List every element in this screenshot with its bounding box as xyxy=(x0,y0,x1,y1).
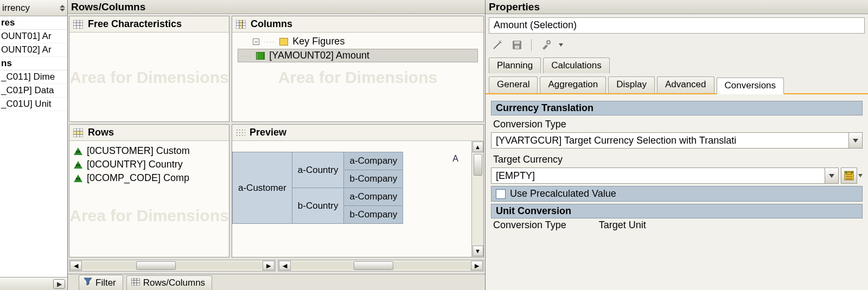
tab-filter[interactable]: Filter xyxy=(79,275,123,290)
selection-name-field[interactable]: Amount (Selection) xyxy=(489,17,865,34)
dropdown-button[interactable] xyxy=(848,132,863,149)
tab-conversions[interactable]: Conversions xyxy=(717,78,784,94)
svg-rect-0 xyxy=(73,20,83,29)
dropdown-button[interactable] xyxy=(825,167,839,184)
conversion-type-combo[interactable] xyxy=(491,132,863,149)
unit-conversion-type-label: Conversion Type xyxy=(493,220,566,231)
rows-header: Rows xyxy=(69,125,229,141)
tab-general[interactable]: General xyxy=(489,76,538,93)
grid-icon xyxy=(235,20,246,29)
left-item[interactable]: _C011] Dime xyxy=(0,70,67,84)
key-figure-icon xyxy=(256,52,265,60)
free-characteristics-header: Free Characteristics xyxy=(69,16,229,33)
scrollbar-thumb[interactable] xyxy=(136,261,176,270)
tab-display[interactable]: Display xyxy=(608,76,655,93)
checkbox[interactable] xyxy=(496,189,506,199)
conversions-tab-body: Currency Translation Conversion Type Tar… xyxy=(486,94,868,290)
target-currency-input[interactable] xyxy=(491,167,825,184)
tree-node-key-figures[interactable]: ···· Key Figures xyxy=(238,35,478,48)
left-item[interactable]: OUNT01] Ar xyxy=(0,30,67,43)
toolbar-separator xyxy=(531,39,532,51)
preview-pane: Preview A a-Customer a-Country a-Company… xyxy=(232,124,484,257)
sort-icon[interactable] xyxy=(60,5,65,11)
target-currency-combo[interactable] xyxy=(491,167,863,184)
dropdown-caret-icon[interactable] xyxy=(858,174,863,177)
row-characteristic[interactable]: [0CUSTOMER] Custom xyxy=(74,144,225,158)
svg-rect-14 xyxy=(131,278,140,286)
tab-planning[interactable]: Planning xyxy=(489,57,541,73)
chevron-down-icon xyxy=(853,139,858,143)
vertical-scrollbar[interactable]: ▲ ▼ xyxy=(471,141,483,257)
tab-rows-columns[interactable]: Rows/Columns xyxy=(126,275,212,290)
scroll-right-icon[interactable]: ▶ xyxy=(263,261,275,270)
free-characteristics-pane[interactable]: Free Characteristics Area for Dimensions xyxy=(69,16,229,122)
use-precalculated-row[interactable]: Use Precalculated Value xyxy=(491,186,863,202)
settings-button[interactable] xyxy=(538,38,553,52)
scroll-right-icon[interactable]: ▶ xyxy=(53,279,65,289)
scroll-up-icon[interactable]: ▲ xyxy=(473,141,483,152)
left-item[interactable]: OUNT02] Ar xyxy=(0,43,67,57)
characteristic-icon xyxy=(74,161,82,169)
rows-list: [0CUSTOMER] Custom [0COUNTRY] Country [0… xyxy=(69,141,229,188)
collapse-icon[interactable] xyxy=(253,38,259,45)
scrollbar-thumb[interactable] xyxy=(474,154,482,176)
columns-tree: ···· Key Figures ···· [YAMOUNT02] Amount xyxy=(232,33,483,65)
tab-label: General xyxy=(497,79,529,89)
pane-title: Free Characteristics xyxy=(88,18,182,30)
tree-node-amount[interactable]: ···· [YAMOUNT02] Amount xyxy=(238,49,478,62)
scroll-down-icon[interactable]: ▼ xyxy=(473,246,483,256)
unit-target-label: Target Unit xyxy=(599,220,646,231)
scroll-left-icon[interactable]: ◀ xyxy=(279,261,291,270)
svg-rect-21 xyxy=(514,41,520,44)
svg-point-23 xyxy=(547,41,550,44)
left-item[interactable]: _C01U] Unit xyxy=(0,98,67,111)
variable-picker-button[interactable] xyxy=(841,167,857,184)
preview-horizontal-scrollbar[interactable]: ◀ ▶ xyxy=(278,260,484,272)
unit-conversion-header: Unit Conversion xyxy=(491,204,863,218)
chevron-down-icon xyxy=(829,174,834,178)
row-characteristic[interactable]: [0COUNTRY] Country xyxy=(74,158,225,171)
row-characteristic[interactable]: [0COMP_CODE] Comp xyxy=(74,171,225,185)
tab-aggregation[interactable]: Aggregation xyxy=(540,76,606,93)
columns-header: Columns xyxy=(232,16,483,33)
left-group: ns xyxy=(0,57,67,70)
designer-bottom-tabs: Filter Rows/Columns xyxy=(68,274,485,290)
tab-calculations[interactable]: Calculations xyxy=(543,57,610,73)
tab-label: Calculations xyxy=(551,60,602,70)
conversion-type-label: Conversion Type xyxy=(491,115,863,131)
properties-toolbar xyxy=(486,34,868,55)
preview-header: Preview xyxy=(232,125,483,141)
grid-icon xyxy=(131,278,140,288)
rows-pane[interactable]: Rows Area for Dimensions [0CUSTOMER] Cus… xyxy=(69,124,229,257)
left-panel-body: res OUNT01] Ar OUNT02] Ar ns _C011] Dime… xyxy=(0,16,67,277)
left-scroll-bar[interactable]: ▶ xyxy=(0,277,67,290)
tab-label: Aggregation xyxy=(548,79,598,89)
pane-title: Columns xyxy=(251,18,292,30)
left-item[interactable]: _C01P] Data xyxy=(0,84,67,98)
preview-cell: b-Company xyxy=(344,170,403,188)
tab-label: Conversions xyxy=(725,80,776,91)
preview-cell: b-Company xyxy=(344,206,403,224)
dropdown-caret-icon[interactable] xyxy=(559,43,563,47)
preview-cell: a-Company xyxy=(344,152,403,170)
rows-horizontal-scrollbar[interactable]: ◀ ▶ xyxy=(69,260,276,272)
preview-cell: a-Customer xyxy=(233,152,292,224)
tab-label: Filter xyxy=(95,278,116,288)
scroll-right-icon[interactable]: ▶ xyxy=(471,261,483,270)
scroll-left-icon[interactable]: ◀ xyxy=(70,261,82,270)
pane-title: Rows xyxy=(88,127,114,138)
preview-cell: b-Country xyxy=(292,188,344,224)
tab-advanced[interactable]: Advanced xyxy=(657,76,714,93)
preview-cell: a-Country xyxy=(292,152,344,188)
rows-columns-panel: Rows/Columns Free Characteristics Area f… xyxy=(68,0,486,290)
preview-column-header: A xyxy=(452,154,458,164)
conversion-type-input[interactable] xyxy=(491,132,848,149)
magic-wand-button[interactable] xyxy=(490,38,505,52)
checkbox-label: Use Precalculated Value xyxy=(510,188,616,199)
grid-icon xyxy=(73,128,84,138)
tree-connector-icon: ···· xyxy=(240,52,252,60)
scrollbar-thumb[interactable] xyxy=(354,261,393,270)
columns-pane[interactable]: Columns Area for Dimensions ···· Key Fig… xyxy=(232,16,484,122)
tab-label: Planning xyxy=(497,60,533,70)
save-button[interactable] xyxy=(509,38,525,52)
